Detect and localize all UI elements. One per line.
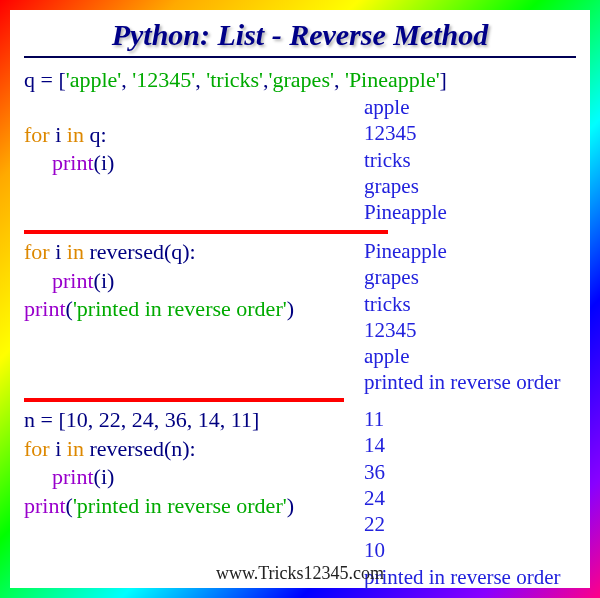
output-1: apple 12345 tricks grapes Pineapple [364, 94, 447, 225]
print-i-2: print(i) [24, 267, 294, 296]
out-line: 36 [364, 459, 561, 485]
out-line: 10 [364, 537, 561, 563]
print-msg-2: print('printed in reverse order') [24, 295, 294, 324]
page-container: Python: List - Reverse Method q = ['appl… [10, 10, 590, 588]
i-var: i [55, 436, 67, 461]
in-kw: in [67, 436, 84, 461]
paren-close: ) [287, 493, 294, 518]
for-kw: for [24, 239, 55, 264]
str-tricks: 'tricks' [206, 67, 263, 92]
print-kw: print [24, 493, 66, 518]
out-line: Pineapple [364, 238, 561, 264]
print-i: (i) [94, 464, 115, 489]
print-i: (i) [94, 268, 115, 293]
assign-q: q = ['apple', '12345', 'tricks','grapes'… [24, 66, 447, 95]
out-line: tricks [364, 291, 561, 317]
print-msg-3: print('printed in reverse order') [24, 492, 294, 521]
paren-close: ) [287, 296, 294, 321]
section-2: for i in reversed(q): print(i) print('pr… [24, 238, 576, 394]
for-loop-3: for i in reversed(n): [24, 435, 294, 464]
n-items: 10, 22, 24, 36, 14, 11 [66, 407, 252, 432]
assign-n: n = [10, 22, 24, 36, 14, 11] [24, 406, 294, 435]
for-kw: for [24, 436, 55, 461]
code-block-3: n = [10, 22, 24, 36, 14, 11] for i in re… [24, 406, 294, 520]
str-pineapple: 'Pineapple' [345, 67, 440, 92]
paren-open: ( [66, 296, 73, 321]
out-line: printed in reverse order [364, 369, 561, 394]
out-line: 11 [364, 406, 561, 432]
out-line: 14 [364, 432, 561, 458]
divider-1 [24, 230, 388, 234]
for-loop-2: for i in reversed(q): [24, 238, 294, 267]
rev-call: reversed(q): [84, 239, 196, 264]
print-str: 'printed in reverse order' [73, 493, 287, 518]
in-kw: in [67, 239, 84, 264]
i-var: i [55, 239, 67, 264]
divider-2 [24, 398, 344, 402]
out-line: grapes [364, 173, 447, 199]
comma: , [121, 67, 132, 92]
rev-call: reversed(n): [84, 436, 196, 461]
print-kw: print [52, 268, 94, 293]
code-block-2: for i in reversed(q): print(i) print('pr… [24, 238, 294, 324]
print-kw: print [52, 464, 94, 489]
str-apple: 'apple' [66, 67, 122, 92]
i-var: i [55, 122, 67, 147]
out-line: tricks [364, 147, 447, 173]
q-loop: q: [84, 122, 107, 147]
out-line: apple [364, 94, 447, 120]
paren-open: ( [66, 493, 73, 518]
str-grapes: 'grapes' [269, 67, 334, 92]
footer-url: www.Tricks12345.com [10, 563, 590, 584]
out-line: apple [364, 343, 561, 369]
comma: , [195, 67, 206, 92]
out-line: Pineapple [364, 199, 447, 225]
out-line: 12345 [364, 120, 447, 146]
out-line: grapes [364, 264, 561, 290]
out-line: 24 [364, 485, 561, 511]
print-kw: print [52, 150, 94, 175]
var-q: q = [ [24, 67, 66, 92]
var-n: n = [ [24, 407, 66, 432]
print-i-3: print(i) [24, 463, 294, 492]
page-title: Python: List - Reverse Method [24, 18, 576, 58]
out-line: 22 [364, 511, 561, 537]
print-arg: (i) [94, 150, 115, 175]
section-1: q = ['apple', '12345', 'tricks','grapes'… [24, 66, 576, 226]
out-line: 12345 [364, 317, 561, 343]
for-kw: for [24, 122, 55, 147]
output-2: Pineapple grapes tricks 12345 apple prin… [364, 238, 561, 394]
in-kw: in [67, 122, 84, 147]
close-bracket: ] [440, 67, 447, 92]
print-str: 'printed in reverse order' [73, 296, 287, 321]
print-kw: print [24, 296, 66, 321]
close-bracket: ] [252, 407, 259, 432]
str-12345: '12345' [132, 67, 195, 92]
comma: , [334, 67, 345, 92]
